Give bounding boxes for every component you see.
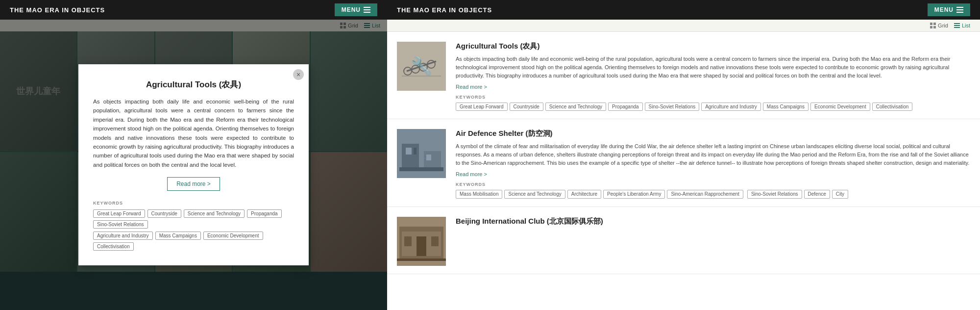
item-title-club: Beijing International Club (北京国际俱乐部) (456, 217, 970, 226)
item-content-club: Beijing International Club (北京国际俱乐部) (456, 217, 970, 266)
item-title-agri: Agricultural Tools (农具) (456, 42, 970, 51)
modal-keywords-label: KEYWORDS (93, 201, 294, 206)
svg-line-15 (407, 61, 436, 71)
kw-agri-6[interactable]: Agriculture and Industry (701, 103, 761, 111)
club-image (397, 217, 446, 266)
item-content-shelter: Air Defence Shelter (防空洞) A symbol of th… (456, 129, 970, 199)
svg-rect-21 (397, 129, 446, 178)
left-header-title: THE MAO ERA IN OBJECTS (10, 6, 105, 14)
kw-agri-3[interactable]: Science and Technology (545, 103, 606, 111)
item-title-shelter: Air Defence Shelter (防空洞) (456, 129, 970, 138)
item-keywords-agri: Great Leap Forward Countryside Science a… (456, 103, 970, 111)
item-keywords-label-agri: KEYWORDS (456, 95, 970, 100)
svg-rect-26 (426, 155, 431, 160)
item-keywords-label-shelter: KEYWORDS (456, 182, 970, 187)
item-desc-agri: As objects impacting both daily life and… (456, 55, 970, 80)
svg-point-17 (412, 65, 419, 73)
item-image-club (397, 217, 446, 266)
right-menu-button[interactable]: MENU (928, 3, 970, 16)
right-panel: THE MAO ERA IN OBJECTS MENU Grid (387, 0, 980, 310)
modal-read-more-button[interactable]: Read more > (167, 177, 220, 191)
list-item-club: Beijing International Club (北京国际俱乐部) (387, 207, 980, 274)
svg-rect-34 (397, 258, 446, 261)
kw-shelter-5[interactable]: Sino-American Rapprochement (667, 190, 743, 199)
kw-agri-7[interactable]: Mass Campaigns (763, 103, 808, 111)
kw-agri-8[interactable]: Economic Development (810, 103, 870, 111)
list-item-shelter: Air Defence Shelter (防空洞) A symbol of th… (387, 119, 980, 207)
item-image-agri (397, 42, 446, 91)
modal-keyword-3[interactable]: Science and Technology (184, 209, 245, 218)
right-grid-icon (930, 23, 936, 28)
svg-rect-33 (431, 236, 439, 246)
left-menu-button[interactable]: MENU (335, 3, 377, 16)
svg-rect-22 (402, 144, 419, 168)
modal-keyword-2[interactable]: Countryside (147, 209, 181, 218)
svg-rect-24 (406, 148, 412, 155)
right-view-bar: Grid List (387, 20, 980, 32)
modal-keyword-5[interactable]: Sino-Soviet Relations (93, 220, 148, 229)
kw-shelter-8[interactable]: City (832, 190, 848, 199)
svg-rect-12 (954, 25, 960, 26)
modal-overlay: × Agricultural Tools (农具) As objects imp… (0, 20, 387, 310)
modal-keyword-1[interactable]: Great Leap Forward (93, 209, 145, 218)
svg-rect-11 (954, 23, 960, 24)
right-hamburger-icon (956, 7, 963, 13)
modal-keywords-row2: Agriculture and Industry Mass Campaigns … (93, 232, 294, 251)
kw-shelter-3[interactable]: Architecture (567, 190, 601, 199)
right-grid-button[interactable]: Grid (930, 23, 948, 28)
modal-keyword-9[interactable]: Collectivisation (93, 242, 134, 251)
left-header: THE MAO ERA IN OBJECTS MENU (0, 0, 387, 20)
svg-rect-7 (930, 23, 932, 25)
svg-rect-9 (930, 26, 932, 28)
right-menu-label: MENU (934, 6, 954, 13)
svg-rect-14 (397, 42, 446, 91)
modal-keyword-8[interactable]: Economic Development (203, 232, 263, 240)
kw-shelter-2[interactable]: Science and Technology (504, 190, 565, 199)
svg-rect-31 (404, 236, 412, 246)
modal-keyword-7[interactable]: Mass Campaigns (155, 232, 201, 240)
modal-dialog: × Agricultural Tools (农具) As objects imp… (78, 64, 309, 265)
svg-rect-25 (414, 148, 416, 155)
kw-agri-5[interactable]: Sino-Soviet Relations (645, 103, 700, 111)
kw-shelter-4[interactable]: People's Liberation Army (603, 190, 665, 199)
modal-title: Agricultural Tools (农具) (93, 79, 294, 90)
svg-rect-27 (399, 167, 443, 171)
svg-rect-8 (933, 23, 936, 25)
svg-point-18 (419, 63, 427, 71)
kw-shelter-1[interactable]: Mass Mobilisation (456, 190, 502, 199)
modal-close-button[interactable]: × (293, 69, 304, 80)
modal-body: As objects impacting both daily life and… (93, 97, 294, 169)
kw-agri-1[interactable]: Great Leap Forward (456, 103, 508, 111)
item-content-agri: Agricultural Tools (农具) As objects impac… (456, 42, 970, 111)
kw-agri-9[interactable]: Collectivisation (872, 103, 913, 111)
kw-agri-2[interactable]: Countryside (510, 103, 543, 111)
svg-rect-32 (416, 236, 426, 256)
right-list-button[interactable]: List (954, 23, 970, 28)
svg-rect-23 (424, 151, 441, 168)
list-item-agri: Agricultural Tools (农具) As objects impac… (387, 32, 980, 119)
svg-rect-10 (933, 26, 936, 28)
agri-tool-image (397, 42, 446, 91)
item-read-more-agri[interactable]: Read more > (456, 84, 487, 90)
shelter-image (397, 129, 446, 178)
kw-shelter-6[interactable]: Sino-Soviet Relations (747, 190, 802, 199)
item-desc-shelter: A symbol of the climate of fear and mili… (456, 142, 970, 167)
svg-rect-13 (954, 27, 960, 28)
right-header: THE MAO ERA IN OBJECTS MENU (387, 0, 980, 20)
right-header-title: THE MAO ERA IN OBJECTS (397, 6, 492, 14)
kw-shelter-7[interactable]: Defence (804, 190, 830, 199)
right-list-icon (954, 23, 960, 28)
item-read-more-shelter[interactable]: Read more > (456, 171, 487, 177)
modal-keyword-6[interactable]: Agriculture and Industry (93, 232, 153, 240)
modal-keywords-row1: Great Leap Forward Countryside Science a… (93, 209, 294, 229)
kw-agri-4[interactable]: Propaganda (608, 103, 643, 111)
left-hamburger-icon (364, 7, 370, 13)
item-keywords-shelter: Mass Mobilisation Science and Technology… (456, 190, 970, 199)
item-image-shelter (397, 129, 446, 178)
left-panel: THE MAO ERA IN OBJECTS MENU Grid (0, 0, 387, 310)
left-menu-label: MENU (342, 6, 361, 13)
modal-keyword-4[interactable]: Propaganda (247, 209, 282, 218)
